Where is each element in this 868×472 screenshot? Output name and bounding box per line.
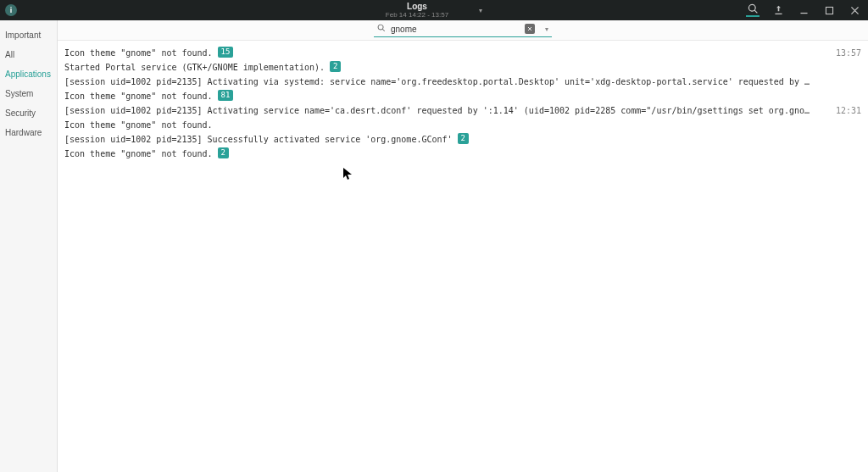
export-icon[interactable]	[771, 3, 785, 17]
app-title: Logs	[407, 3, 427, 11]
search-input[interactable]	[391, 25, 518, 34]
count-badge: 2	[330, 61, 341, 72]
app-subtitle: Feb 14 14:22 - 13:57	[386, 12, 448, 19]
log-row[interactable]: Icon theme "gnome" not found.1513:57	[64, 46, 861, 60]
header-center[interactable]: Logs Feb 14 14:22 - 13:57 ▾	[386, 3, 482, 19]
chevron-down-icon[interactable]: ▾	[453, 7, 482, 14]
log-row[interactable]: Icon theme "gnome" not found.	[64, 118, 861, 132]
info-icon[interactable]: i	[5, 4, 17, 16]
search-icon	[377, 23, 386, 35]
header-left: i	[0, 4, 17, 16]
title-block: Logs Feb 14 14:22 - 13:57	[386, 3, 448, 19]
sidebar-item-all[interactable]: All	[0, 45, 57, 64]
search-field[interactable]: ▾	[374, 23, 552, 37]
count-badge: 2	[218, 147, 229, 158]
log-message: Icon theme "gnome" not found.	[64, 147, 213, 160]
body: Important All Applications System Securi…	[0, 20, 868, 472]
sidebar-item-important[interactable]: Important	[0, 25, 57, 45]
log-message: [session uid=1002 pid=2135] Activating v…	[64, 75, 810, 88]
count-badge: 81	[218, 90, 234, 101]
header-bar: i Logs Feb 14 14:22 - 13:57 ▾	[0, 0, 868, 20]
log-message: [session uid=1002 pid=2135] Activating s…	[64, 104, 810, 117]
count-badge: 15	[218, 47, 234, 58]
sidebar-item-security[interactable]: Security	[0, 103, 57, 123]
log-row[interactable]: Icon theme "gnome" not found.81	[64, 89, 861, 103]
log-row[interactable]: Started Portal service (GTK+/GNOME imple…	[64, 60, 861, 75]
log-row[interactable]: [session uid=1002 pid=2135] Activating v…	[64, 75, 861, 89]
search-bar: ▾	[58, 20, 868, 41]
svg-rect-0	[800, 12, 807, 13]
log-time: 12:31	[827, 104, 861, 117]
close-icon[interactable]	[848, 3, 861, 17]
log-message: Icon theme "gnome" not found.	[64, 90, 213, 103]
sidebar: Important All Applications System Securi…	[0, 20, 58, 472]
header-right	[746, 3, 868, 17]
minimize-icon[interactable]	[797, 3, 810, 17]
log-message: Started Portal service (GTK+/GNOME imple…	[64, 61, 325, 74]
log-message: Icon theme "gnome" not found.	[64, 47, 213, 59]
log-message: [session uid=1002 pid=2135] Successfully…	[64, 133, 453, 146]
sidebar-item-hardware[interactable]: Hardware	[0, 123, 57, 142]
log-row[interactable]: Icon theme "gnome" not found.2	[64, 147, 861, 161]
log-row[interactable]: [session uid=1002 pid=2135] Activating s…	[64, 103, 861, 118]
log-message: Icon theme "gnome" not found.	[64, 119, 213, 131]
count-badge: 2	[458, 133, 469, 144]
log-list[interactable]: Icon theme "gnome" not found.1513:57Star…	[58, 41, 868, 472]
maximize-icon[interactable]	[822, 3, 836, 17]
chevron-down-icon[interactable]: ▾	[540, 25, 548, 33]
main-area: ▾ Icon theme "gnome" not found.1513:57St…	[58, 20, 868, 472]
log-row[interactable]: [session uid=1002 pid=2135] Successfully…	[64, 132, 861, 147]
log-time: 13:57	[827, 47, 861, 59]
sidebar-item-system[interactable]: System	[0, 84, 57, 103]
clear-search-button[interactable]	[525, 24, 535, 34]
search-icon[interactable]	[746, 3, 760, 17]
backspace-icon	[525, 24, 535, 34]
sidebar-item-applications[interactable]: Applications	[0, 64, 57, 84]
svg-rect-1	[826, 7, 832, 14]
